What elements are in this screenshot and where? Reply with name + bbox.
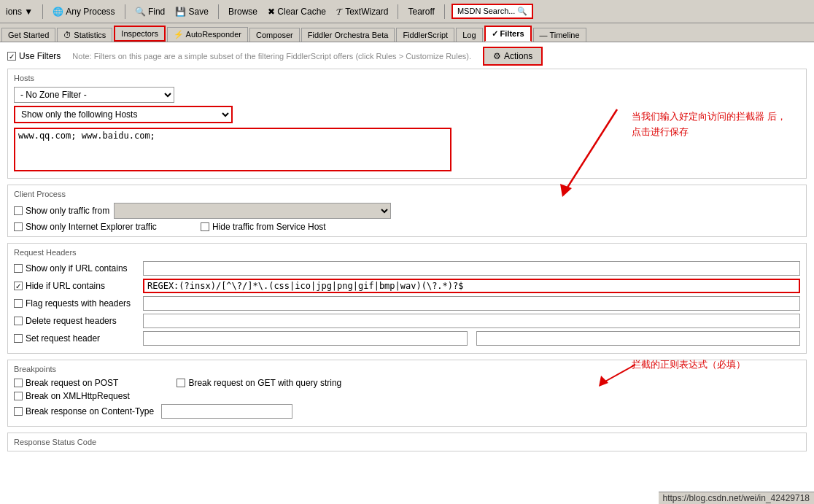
delete-headers-checkbox-label[interactable]: Delete request headers [14, 316, 139, 326]
tab-filters[interactable]: ✓ Filters [484, 26, 532, 42]
show-ie-checkbox[interactable] [14, 222, 23, 231]
show-url-input[interactable] [143, 261, 800, 276]
flag-headers-row: Flag requests with headers [14, 296, 800, 311]
sep3 [218, 4, 219, 19]
process-icon: 🌐 [53, 7, 63, 17]
delete-headers-label: Delete request headers [26, 316, 139, 326]
client-process-title: Client Process [14, 190, 800, 198]
tab-log[interactable]: Log [456, 28, 482, 42]
tab-fiddler-orchestra[interactable]: Fiddler Orchestra Beta [301, 28, 395, 42]
response-status-section: Response Status Code [7, 433, 807, 451]
show-ie-label[interactable]: Show only Internet Explorer traffic [14, 222, 157, 232]
toolbar-tearoff[interactable]: Tearoff [405, 5, 437, 18]
show-ie-text: Show only Internet Explorer traffic [26, 222, 157, 232]
hosts-section: Hosts - No Zone Filter - Show only Intra… [7, 69, 807, 179]
traffic-from-dropdown[interactable]: chrome.exe firefox.exe [114, 203, 391, 219]
client-process-section: Client Process Show only traffic from ch… [7, 185, 807, 237]
use-filters-label: Use Filters [19, 51, 61, 61]
actions-icon: ⚙ [493, 51, 501, 61]
break-post-checkbox[interactable] [14, 379, 23, 387]
break-get-checkbox[interactable] [177, 379, 185, 387]
sep4 [398, 4, 398, 19]
toolbar-browse[interactable]: Browse [225, 5, 260, 18]
toolbar: ions ▼ 🌐 🌐 Any Process Any Process 🔍 Fin… [0, 0, 814, 23]
hide-service-host-checkbox[interactable] [201, 222, 209, 231]
ie-traffic-row: Show only Internet Explorer traffic Hide… [14, 222, 800, 232]
break-get-text: Break request on GET with query string [188, 378, 341, 388]
flag-headers-checkbox-label[interactable]: Flag requests with headers [14, 298, 139, 309]
tab-composer[interactable]: Composer [249, 28, 300, 42]
toolbar-clear-cache[interactable]: ✖ Clear Cache [265, 5, 329, 18]
response-status-title: Response Status Code [14, 438, 800, 446]
main-panel: Use Filters Note: Filters on this page a… [0, 42, 814, 504]
show-traffic-from-checkbox[interactable] [14, 206, 23, 215]
status-url: https://blog.csdn.net/wei/in_42429718 [663, 493, 810, 503]
tab-fiddlerscript[interactable]: FiddlerScript [396, 28, 454, 42]
toolbar-find[interactable]: 🔍 Find [132, 5, 168, 18]
actions-label: Actions [504, 51, 532, 61]
show-hosts-dropdown[interactable]: Show only the following Hosts Hide the f… [14, 106, 233, 123]
break-post-label[interactable]: Break request on POST [14, 378, 118, 388]
flag-headers-checkbox[interactable] [14, 299, 23, 308]
toolbar-textwizard[interactable]: 𝓣 TextWizard [333, 5, 391, 18]
show-hosts-row: Show only the following Hosts Hide the f… [14, 106, 800, 123]
tab-get-started[interactable]: Get Started [1, 28, 55, 42]
tabbar: Get Started ⏱ Statistics Inspectors ⚡ Au… [0, 23, 814, 42]
break-response-text: Break response on Content-Type [26, 406, 154, 416]
filters-note: Note: Filters on this page are a simple … [72, 52, 471, 61]
break-xmlhttp-label[interactable]: Break on XMLHttpRequest [14, 391, 130, 401]
show-traffic-from-text: Show only traffic from [26, 206, 109, 216]
set-header-name-input[interactable] [143, 331, 468, 346]
hide-service-host-label[interactable]: Hide traffic from Service Host [201, 222, 326, 232]
actions-button[interactable]: ⚙ Actions [483, 47, 543, 66]
use-filters-row: Use Filters Note: Filters on this page a… [7, 47, 807, 66]
hide-url-checkbox[interactable] [14, 282, 23, 290]
hide-url-checkbox-label[interactable]: Hide if URL contains [14, 281, 139, 291]
set-header-checkbox-label[interactable]: Set request header [14, 333, 139, 344]
zone-filter-dropdown[interactable]: - No Zone Filter - Show only Intranet Ho… [14, 87, 174, 103]
break-get-label[interactable]: Break request on GET with query string [177, 378, 341, 388]
hosts-textarea[interactable]: www.qq.com; www.baidu.com; [14, 128, 451, 171]
tab-timeline[interactable]: — Timeline [533, 28, 586, 42]
toolbar-any-process[interactable]: 🌐 🌐 Any Process Any Process [50, 5, 117, 18]
delete-headers-checkbox[interactable] [14, 317, 23, 325]
break-row2: Break on XMLHttpRequest [14, 391, 800, 401]
show-traffic-from-label[interactable]: Show only traffic from [14, 206, 109, 216]
sep1 [42, 4, 43, 19]
break-response-input[interactable] [161, 404, 292, 419]
hide-service-host-text: Hide traffic from Service Host [212, 222, 326, 232]
show-url-checkbox-label[interactable]: Show only if URL contains [14, 263, 139, 274]
zone-filter-row: - No Zone Filter - Show only Intranet Ho… [14, 87, 800, 103]
break-row3: Break response on Content-Type [14, 404, 800, 419]
break-response-checkbox[interactable] [14, 407, 23, 416]
break-xmlhttp-text: Break on XMLHttpRequest [26, 391, 130, 401]
tab-inspectors[interactable]: Inspectors [114, 26, 166, 42]
show-traffic-from-row: Show only traffic from chrome.exe firefo… [14, 203, 800, 219]
set-header-checkbox[interactable] [14, 334, 23, 343]
msdn-search-box[interactable]: MSDN Search... 🔍 [451, 4, 534, 19]
flag-headers-input[interactable] [143, 296, 800, 311]
use-filters-checkbox-label[interactable]: Use Filters [7, 51, 61, 61]
use-filters-checkbox[interactable] [7, 52, 16, 61]
tab-statistics[interactable]: ⏱ Statistics [57, 28, 112, 42]
breakpoints-section: Breakpoints Break request on POST Break … [7, 360, 807, 427]
breakpoints-title: Breakpoints [14, 365, 800, 373]
break-row1: Break request on POST Break request on G… [14, 378, 800, 388]
request-headers-section: Request Headers Show only if URL contain… [7, 243, 807, 354]
request-headers-title: Request Headers [14, 248, 800, 257]
break-response-label[interactable]: Break response on Content-Type [14, 406, 154, 416]
toolbar-save[interactable]: 💾 Save [172, 5, 212, 18]
sep2 [125, 4, 125, 19]
break-xmlhttp-checkbox[interactable] [14, 392, 23, 400]
toolbar-menu[interactable]: ions ▼ [3, 5, 36, 18]
delete-headers-input[interactable] [143, 314, 800, 328]
set-header-value-input[interactable] [476, 331, 801, 346]
tab-autoresponder[interactable]: ⚡ AutoResponder [167, 27, 248, 42]
set-header-label: Set request header [26, 333, 139, 344]
hide-url-input[interactable] [143, 279, 800, 293]
show-url-checkbox[interactable] [14, 264, 23, 273]
sep5 [444, 4, 445, 19]
show-url-contains-row: Show only if URL contains [14, 261, 800, 276]
show-url-label: Show only if URL contains [26, 263, 139, 274]
hide-url-contains-row: Hide if URL contains [14, 279, 800, 293]
